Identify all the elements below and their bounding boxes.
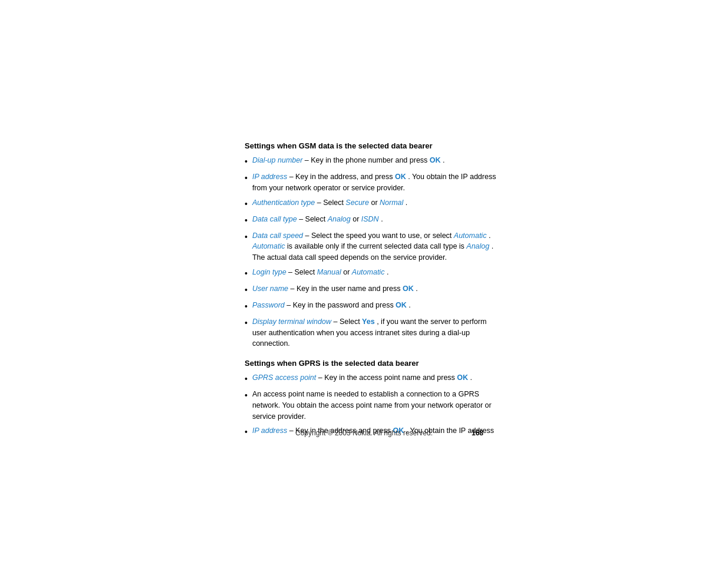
text: . (387, 268, 388, 276)
bullet-dot: • (245, 172, 248, 184)
list-item: • Authentication type – Select Secure or… (245, 197, 498, 210)
bullet-dot: • (245, 267, 248, 280)
term: IP address (252, 173, 287, 181)
page-content: Settings when GSM data is the selected d… (245, 141, 498, 448)
option: Analog (328, 215, 351, 223)
footer: Copyright © 2003 Nokia. All rights reser… (0, 429, 728, 437)
text: – Select (317, 199, 346, 207)
li-content: Dial-up number – Key in the phone number… (252, 155, 498, 166)
term: User name (252, 285, 288, 293)
bullet-dot: • (245, 198, 248, 210)
option: Analog (466, 242, 489, 250)
bullet-dot: • (245, 317, 248, 329)
text: . (489, 232, 490, 240)
text: – Select (288, 268, 317, 276)
ok-label: OK (396, 301, 407, 309)
text: or (343, 268, 352, 276)
text: . (416, 285, 417, 293)
option: Secure (345, 199, 369, 207)
text: or (371, 199, 380, 207)
list-item: • Display terminal window – Select Yes ,… (245, 316, 498, 349)
li-content: Data call speed – Select the speed you w… (252, 230, 498, 263)
li-content: An access point name is needed to establ… (252, 389, 498, 422)
yes-label: Yes (362, 318, 375, 326)
ok-label: OK (403, 285, 414, 293)
option: ISDN (361, 215, 379, 223)
section1-heading: Settings when GSM data is the selected d… (245, 141, 498, 150)
option: Automatic (454, 232, 487, 240)
ok-label: OK (395, 173, 406, 181)
li-content: GPRS access point – Key in the access po… (252, 372, 498, 384)
term: Authentication type (252, 199, 315, 207)
text: . (381, 215, 383, 223)
li-content: User name – Key in the user name and pre… (252, 283, 498, 295)
term: Data call type (252, 215, 297, 223)
text: – Select (299, 215, 328, 223)
text: – Key in the address, and press (289, 173, 395, 181)
term: Dial-up number (252, 156, 302, 164)
option: Normal (380, 199, 403, 207)
section2-heading: Settings when GPRS is the selected data … (245, 359, 498, 368)
list-item: • Data call speed – Select the speed you… (245, 230, 498, 263)
option: Automatic (352, 268, 385, 276)
li-content: Authentication type – Select Secure or N… (252, 197, 498, 209)
bullet-dot: • (245, 214, 248, 227)
option: Manual (317, 268, 341, 276)
ok-label: OK (430, 156, 441, 164)
term: Password (252, 301, 285, 309)
text: . (470, 373, 472, 382)
term: Data call speed (252, 232, 303, 240)
text: . (443, 156, 444, 164)
bullet-dot: • (245, 231, 248, 243)
text: – Key in the user name and press (291, 285, 403, 293)
text: – Key in the password and press (286, 301, 396, 309)
bullet-dot: • (245, 373, 248, 385)
text: – Select the speed you want to use, or s… (305, 232, 454, 240)
bullet-dot: • (245, 300, 248, 313)
li-content: Password – Key in the password and press… (252, 300, 498, 311)
bullet-dot: • (245, 156, 248, 168)
ok-label: OK (457, 373, 468, 382)
li-content: Display terminal window – Select Yes , i… (252, 316, 498, 349)
page-number: 168 (472, 429, 483, 437)
option: Automatic (252, 242, 285, 250)
text: – Key in the access point name and press (318, 373, 457, 382)
text: – Key in the phone number and press (305, 156, 430, 164)
list-item: • Dial-up number – Key in the phone numb… (245, 155, 498, 168)
list-item: • User name – Key in the user name and p… (245, 283, 498, 296)
li-content: Login type – Select Manual or Automatic … (252, 267, 498, 278)
term: Display terminal window (252, 318, 331, 326)
li-content: Data call type – Select Analog or ISDN . (252, 214, 498, 225)
section1-list: • Dial-up number – Key in the phone numb… (245, 155, 498, 349)
text: or (353, 215, 361, 223)
term: GPRS access point (252, 373, 316, 382)
term: Login type (252, 268, 286, 276)
list-item: • Data call type – Select Analog or ISDN… (245, 214, 498, 227)
list-item: • IP address – Key in the address, and p… (245, 171, 498, 194)
list-item: • GPRS access point – Key in the access … (245, 372, 498, 385)
text: An access point name is needed to establ… (252, 390, 492, 421)
text: – Select (333, 318, 362, 326)
text: . (409, 301, 410, 309)
list-item: • Password – Key in the password and pre… (245, 300, 498, 313)
text: is available only if the current selecte… (287, 242, 466, 250)
bullet-dot: • (245, 389, 248, 402)
bullet-dot: • (245, 284, 248, 296)
copyright-text: Copyright © 2003 Nokia. All rights reser… (295, 429, 433, 437)
li-content: IP address – Key in the address, and pre… (252, 171, 498, 194)
text: . (406, 199, 407, 207)
list-item: • Login type – Select Manual or Automati… (245, 267, 498, 280)
list-item: • An access point name is needed to esta… (245, 389, 498, 422)
